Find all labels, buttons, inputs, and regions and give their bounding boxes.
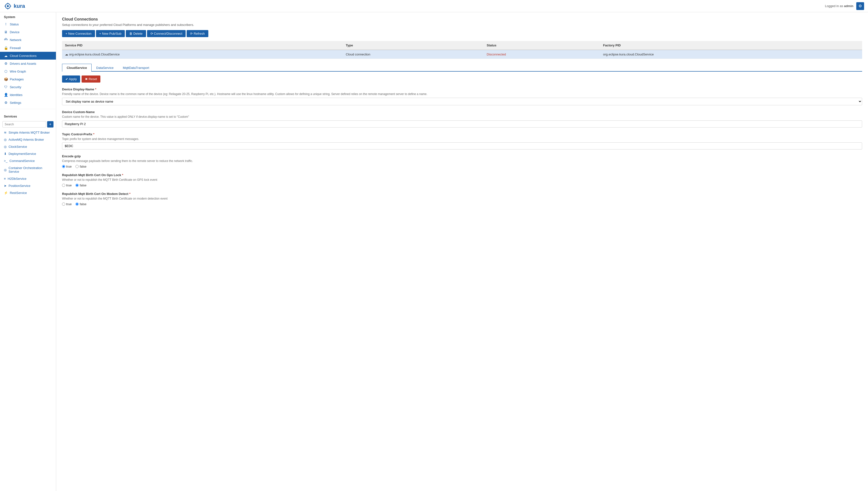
delete-button[interactable]: 🗑 Delete bbox=[126, 30, 146, 37]
tab-data-service[interactable]: DataService bbox=[92, 64, 118, 71]
republish-modem-false-radio[interactable] bbox=[76, 203, 79, 206]
service-item-position[interactable]: ➤ PositionService bbox=[0, 182, 56, 189]
cell-factory-pid: org.eclipse.kura.cloud.CloudService bbox=[600, 50, 862, 59]
page-title: Cloud Connections bbox=[62, 17, 862, 22]
cell-service-pid: ☁ org.eclipse.kura.cloud.CloudService bbox=[62, 50, 343, 59]
connections-table: Service PID Type Status Factory PID ☁ or… bbox=[62, 41, 862, 59]
sidebar-item-cloud-connections[interactable]: ☁ Cloud Connections bbox=[0, 52, 56, 60]
service-label: Container Orchestration Service bbox=[8, 166, 52, 173]
new-connection-button[interactable]: + New Connection bbox=[62, 30, 95, 37]
service-item-deployment[interactable]: ⬇ DeploymentService bbox=[0, 150, 56, 157]
device-display-name-select[interactable]: Set display name as device name Custom H… bbox=[62, 98, 862, 105]
required-star: * bbox=[94, 87, 96, 91]
h2db-icon: ≡ bbox=[4, 177, 6, 180]
wire-graph-icon: ⬡ bbox=[4, 69, 8, 73]
field-label-device-custom-name: Device Custom-Name bbox=[62, 110, 862, 114]
sidebar: System ! Status 🖥 Device Network 🔒 Firew… bbox=[0, 12, 56, 491]
sidebar-item-device[interactable]: 🖥 Device bbox=[0, 28, 56, 36]
republish-modem-true-radio[interactable] bbox=[62, 203, 65, 206]
service-item-clock[interactable]: ◎ ClockService bbox=[0, 143, 56, 150]
clock-icon: ◎ bbox=[4, 145, 7, 148]
republish-modem-radio-group: true false bbox=[62, 202, 862, 206]
sidebar-item-settings[interactable]: ⚙ Settings bbox=[0, 99, 56, 107]
services-section-label: Services bbox=[0, 112, 56, 120]
cell-type: Cloud connection bbox=[343, 50, 484, 59]
add-service-button[interactable]: + bbox=[47, 121, 54, 127]
device-icon: 🖥 bbox=[4, 30, 8, 34]
detail-tabs: CloudService DataService MqttDataTranspo… bbox=[62, 64, 862, 71]
settings-icon: ⚙ bbox=[4, 100, 8, 105]
tab-cloud-service[interactable]: CloudService bbox=[62, 64, 92, 71]
toolbar: + New Connection + New Pub/Sub 🗑 Delete … bbox=[62, 30, 862, 37]
connect-disconnect-button[interactable]: ⟳ Connect/Disconnect bbox=[147, 30, 186, 37]
sidebar-item-label: Wire Graph bbox=[10, 69, 26, 73]
status-badge: Disconnected bbox=[487, 53, 506, 56]
form-group-device-display-name: Device Display-Name * Friendly name of t… bbox=[62, 87, 862, 105]
cloud-icon: ☁ bbox=[65, 53, 69, 56]
reset-button[interactable]: ✖ Reset bbox=[82, 76, 100, 83]
apply-button[interactable]: ✔ Apply bbox=[62, 76, 80, 83]
field-label-republish-gps: Republish Mqtt Birth Cert On Gps Lock * bbox=[62, 173, 862, 177]
drivers-assets-icon: ⚙ bbox=[4, 62, 8, 65]
topic-control-prefix-input[interactable] bbox=[62, 142, 862, 149]
republish-modem-true-label[interactable]: true bbox=[62, 202, 71, 206]
service-label: CommandService bbox=[9, 159, 35, 163]
sidebar-item-label: Packages bbox=[10, 78, 24, 81]
sidebar-item-packages[interactable]: 📦 Packages bbox=[0, 75, 56, 83]
encode-gzip-false-label[interactable]: false bbox=[76, 165, 86, 168]
device-custom-name-input[interactable] bbox=[62, 120, 862, 127]
services-search-input[interactable] bbox=[2, 121, 46, 127]
sidebar-item-network[interactable]: Network bbox=[0, 36, 56, 44]
sidebar-item-drivers-assets[interactable]: ⚙ Drivers and Assets bbox=[0, 60, 56, 67]
col-type: Type bbox=[343, 41, 484, 50]
republish-modem-false-label[interactable]: false bbox=[76, 202, 86, 206]
page-subtitle: Setup connections to your preferred Clou… bbox=[62, 23, 862, 27]
svg-point-1 bbox=[7, 5, 9, 7]
service-item-simple-artemis-mqtt[interactable]: ≋ Simple Artemis MQTT Broker bbox=[0, 129, 56, 136]
sidebar-item-identities[interactable]: 👤 Identities bbox=[0, 91, 56, 99]
sidebar-item-status[interactable]: ! Status bbox=[0, 20, 56, 28]
form-group-encode-gzip: Encode gzip Compress message payloads be… bbox=[62, 154, 862, 168]
service-item-container-orchestration[interactable]: ◎ Container Orchestration Service bbox=[0, 165, 56, 175]
encode-gzip-true-label[interactable]: true bbox=[62, 165, 71, 168]
field-desc-republish-gps: Whether or not to republish the MQTT Bir… bbox=[62, 178, 862, 182]
packages-icon: 📦 bbox=[4, 77, 8, 81]
required-star: * bbox=[121, 173, 123, 177]
service-label: Simple Artemis MQTT Broker bbox=[8, 131, 50, 134]
table-row[interactable]: ☁ org.eclipse.kura.cloud.CloudService Cl… bbox=[62, 50, 862, 59]
sidebar-item-firewall[interactable]: 🔒 Firewall bbox=[0, 44, 56, 52]
required-star: * bbox=[92, 133, 94, 136]
logo-area: kura bbox=[4, 2, 25, 10]
sidebar-item-security[interactable]: 🛡 Security bbox=[0, 83, 56, 91]
position-icon: ➤ bbox=[4, 184, 7, 187]
service-item-rest[interactable]: ⚡ RestService bbox=[0, 189, 56, 196]
deployment-icon: ⬇ bbox=[4, 152, 7, 155]
encode-gzip-true-radio[interactable] bbox=[62, 165, 65, 168]
republish-gps-true-radio[interactable] bbox=[62, 184, 65, 187]
republish-gps-true-label[interactable]: true bbox=[62, 183, 71, 187]
encode-gzip-false-radio[interactable] bbox=[76, 165, 79, 168]
col-status: Status bbox=[484, 41, 600, 50]
service-label: RestService bbox=[10, 191, 27, 195]
service-label: PositionService bbox=[8, 184, 31, 187]
republish-gps-false-radio[interactable] bbox=[76, 184, 79, 187]
republish-gps-false-label[interactable]: false bbox=[76, 183, 86, 187]
field-desc-device-display-name: Friendly name of the device. Device name… bbox=[62, 92, 862, 96]
service-item-activemq-artemis[interactable]: ◎ ActiveMQ Artemis Broker bbox=[0, 136, 56, 143]
settings-gear-button[interactable]: ⚙ bbox=[856, 2, 864, 10]
tab-mqtt-transport[interactable]: MqttDataTransport bbox=[118, 64, 154, 71]
sidebar-item-label: Identities bbox=[10, 93, 23, 97]
service-item-h2db[interactable]: ≡ H2DbService bbox=[0, 175, 56, 182]
cloud-connections-icon: ☁ bbox=[4, 54, 8, 58]
refresh-button[interactable]: ⟳ Refresh bbox=[187, 30, 208, 37]
new-pub-sub-button[interactable]: + New Pub/Sub bbox=[96, 30, 125, 37]
encode-gzip-radio-group: true false bbox=[62, 165, 862, 168]
service-label: H2DbService bbox=[8, 177, 27, 180]
sidebar-item-label: Settings bbox=[10, 101, 21, 105]
services-search-row: + bbox=[0, 120, 56, 129]
service-item-command[interactable]: >_ CommandService bbox=[0, 157, 56, 165]
sidebar-item-wire-graph[interactable]: ⬡ Wire Graph bbox=[0, 67, 56, 75]
command-icon: >_ bbox=[4, 159, 7, 163]
form-group-device-custom-name: Device Custom-Name Custom name for the d… bbox=[62, 110, 862, 127]
service-label: ActiveMQ Artemis Broker bbox=[8, 138, 44, 141]
